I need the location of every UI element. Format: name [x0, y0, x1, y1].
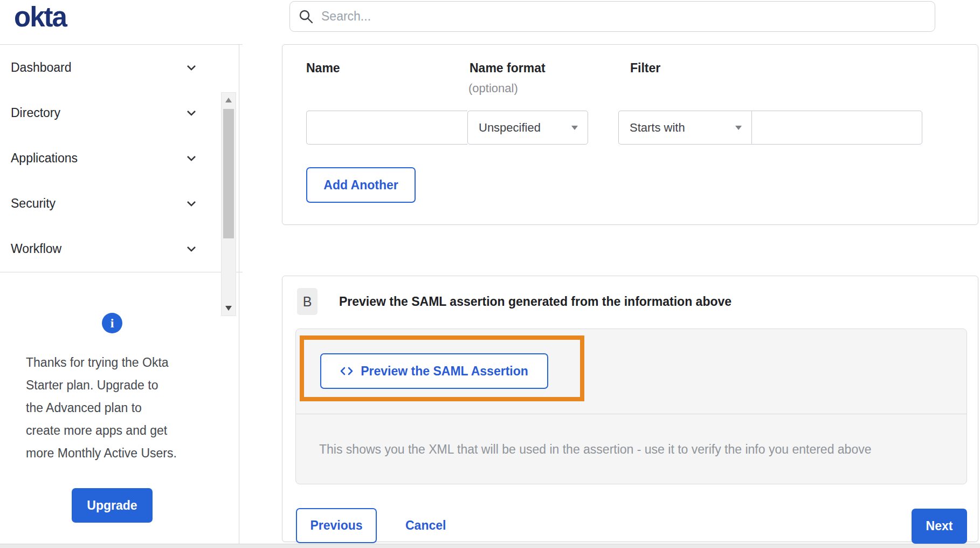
cancel-button[interactable]: Cancel: [402, 508, 449, 543]
preview-panel: Preview the SAML Assertion This shows yo…: [295, 328, 967, 484]
chevron-down-icon: [187, 201, 196, 207]
trial-message: Thanks for trying the Okta Starter plan.…: [26, 351, 209, 464]
sidebar-item-label: Applications: [11, 151, 78, 166]
global-search-bar[interactable]: [289, 1, 935, 32]
sidebar-item-applications[interactable]: Applications: [0, 135, 220, 181]
info-icon: i: [102, 313, 122, 333]
name-format-column-label: Name format: [470, 61, 546, 76]
trial-message-line: Thanks for trying the Okta: [26, 351, 209, 374]
name-column-label: Name: [306, 61, 340, 76]
name-format-select[interactable]: Unspecified: [467, 111, 588, 145]
sidebar-scrollbar[interactable]: [221, 92, 236, 316]
sidebar-item-workflow[interactable]: Workflow: [0, 227, 220, 272]
upgrade-button[interactable]: Upgrade: [72, 488, 153, 523]
next-button[interactable]: Next: [912, 509, 967, 544]
sidebar-item-security[interactable]: Security: [0, 181, 220, 227]
search-icon: [299, 9, 314, 24]
attribute-statements-card: Name Name format (optional) Filter Unspe…: [282, 44, 978, 225]
add-another-button[interactable]: Add Another: [306, 167, 416, 203]
dropdown-caret-icon: [571, 126, 578, 130]
preview-saml-card: B Preview the SAML assertion generated f…: [282, 276, 978, 542]
sidebar-nav: Dashboard Directory Applications Securit…: [0, 44, 243, 272]
trial-message-line: create more apps and get: [26, 419, 209, 442]
step-b-badge: B: [297, 288, 318, 315]
preview-section-heading: Preview the SAML assertion generated fro…: [339, 288, 731, 315]
sidebar-nav-list: Dashboard Directory Applications Securit…: [0, 45, 220, 272]
name-format-selected-value: Unspecified: [479, 121, 541, 135]
sidebar-item-label: Dashboard: [11, 60, 72, 75]
sidebar-item-dashboard[interactable]: Dashboard: [0, 45, 220, 90]
dropdown-caret-icon: [735, 126, 742, 130]
trial-message-line: the Advanced plan to: [26, 396, 209, 419]
chevron-down-icon: [187, 246, 196, 252]
sidebar-item-label: Security: [11, 196, 56, 211]
preview-description: This shows you the XML that will be used…: [319, 414, 871, 485]
chevron-down-icon: [187, 110, 196, 116]
okta-logo: okta: [14, 1, 66, 33]
filter-type-selected-value: Starts with: [630, 121, 685, 135]
bottom-scroll-strip: [0, 544, 980, 548]
filter-column-label: Filter: [630, 61, 660, 76]
name-format-optional-note: (optional): [468, 81, 518, 95]
okta-admin-screen: okta Dashboard Directory: [0, 0, 980, 548]
trial-message-line: more Monthly Active Users.: [26, 442, 209, 464]
previous-button[interactable]: Previous: [296, 508, 377, 543]
scrollbar-thumb[interactable]: [223, 109, 234, 238]
trial-message-line: Starter plan. Upgrade to: [26, 374, 209, 396]
sidebar-item-directory[interactable]: Directory: [0, 90, 220, 135]
sidebar-item-label: Directory: [11, 106, 60, 120]
filter-type-select[interactable]: Starts with: [618, 111, 751, 145]
search-input[interactable]: [321, 9, 926, 24]
preview-button-label: Preview the SAML Assertion: [361, 364, 528, 379]
scrollbar-up-arrow-icon[interactable]: [225, 98, 232, 102]
filter-value-input[interactable]: [751, 111, 922, 145]
preview-saml-assertion-button[interactable]: Preview the SAML Assertion: [320, 353, 548, 389]
chevron-down-icon: [187, 155, 196, 161]
attribute-name-input[interactable]: [306, 111, 467, 145]
sidebar-item-label: Workflow: [11, 242, 61, 256]
scrollbar-down-arrow-icon[interactable]: [225, 306, 232, 311]
sidebar-content-divider: [239, 44, 239, 544]
chevron-down-icon: [187, 65, 196, 71]
code-icon: [340, 366, 353, 376]
